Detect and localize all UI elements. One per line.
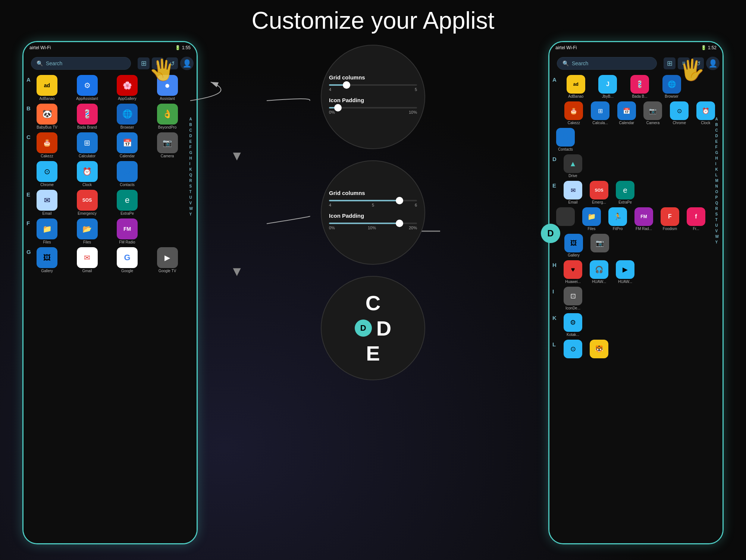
r-alpha-q[interactable]: Q <box>715 201 720 205</box>
list-item[interactable]: 💈 Bada Brand <box>74 103 100 130</box>
r-alpha-s[interactable]: S <box>715 212 720 217</box>
alpha-s[interactable]: S <box>189 184 194 189</box>
r-alpha-k[interactable]: K <box>715 167 720 172</box>
r-alpha-y[interactable]: Y <box>715 240 720 245</box>
alpha-w[interactable]: W <box>189 206 194 211</box>
alpha-c[interactable]: C <box>189 128 194 133</box>
alpha-k[interactable]: K <box>189 167 194 172</box>
list-item[interactable]: ad AdBanao <box>34 74 60 101</box>
alpha-y[interactable]: Y <box>189 212 194 217</box>
list-item[interactable]: f Fr... <box>683 207 709 232</box>
list-item[interactable]: ⚙ AppAssistant <box>74 74 100 101</box>
list-item[interactable]: F Foodism <box>657 207 683 232</box>
list-item[interactable]: ▲ Drive <box>560 154 586 179</box>
list-item[interactable]: J JbyB... <box>592 74 624 99</box>
list-item[interactable]: 🖼 Gallery <box>561 233 587 258</box>
list-item[interactable]: ▶ HUAW... <box>612 259 638 284</box>
r-alpha-n[interactable]: N <box>715 184 720 189</box>
list-item[interactable]: ▶ Google TV <box>154 246 181 274</box>
r-alpha-e[interactable]: E <box>715 139 720 144</box>
list-item[interactable]: e ExtraPe <box>114 189 140 216</box>
r-alpha-l[interactable]: L <box>715 173 720 177</box>
alpha-a[interactable]: A <box>189 117 194 122</box>
alpha-q[interactable]: Q <box>189 173 194 177</box>
list-item[interactable]: 👤 Contacts <box>552 127 579 152</box>
list-item[interactable]: 🖼 Gallery <box>34 246 60 274</box>
list-item[interactable]: ✉ Email <box>560 180 586 205</box>
r-alpha-p[interactable]: P <box>715 195 720 200</box>
list-item[interactable]: 🎂 Cakezz <box>34 132 60 159</box>
list-item[interactable]: 🎧 HUAW... <box>586 259 612 284</box>
list-item[interactable]: G Google <box>114 246 140 274</box>
list-item[interactable]: e ExtraPe <box>612 180 638 205</box>
r-alpha-v[interactable]: V <box>715 229 720 233</box>
grid-columns-slider[interactable]: 4 5 <box>329 84 417 92</box>
alpha-v[interactable]: V <box>189 201 194 205</box>
alpha-b[interactable]: B <box>189 122 194 127</box>
list-item[interactable]: 🏃 FitPro <box>605 207 631 232</box>
r-alpha-o[interactable]: O <box>715 189 720 194</box>
list-item[interactable]: 🌐 Browser <box>114 103 140 130</box>
alpha-h[interactable]: H <box>189 156 194 161</box>
list-item[interactable]: ⊞ Calcula... <box>587 101 614 126</box>
icon-padding-slider[interactable]: 0% 10% <box>329 107 417 114</box>
icon-padding-slider-2[interactable]: 0% 10% 20% <box>329 223 417 230</box>
alpha-r[interactable]: R <box>189 178 194 183</box>
list-item[interactable]: FM FM Radio <box>114 218 140 245</box>
r-alpha-w[interactable]: W <box>715 234 720 239</box>
alpha-e[interactable]: E <box>189 139 194 144</box>
r-alpha-t[interactable]: T <box>715 217 720 222</box>
r-alpha-u[interactable]: U <box>715 223 720 228</box>
list-item[interactable]: 🐼 BabyBus TV <box>34 103 60 130</box>
list-item[interactable]: 👌 BeyondPro <box>154 103 181 130</box>
list-item[interactable]: 📅 Calendar <box>613 101 640 126</box>
list-item[interactable]: ⊡ IconDe... <box>560 286 586 311</box>
list-item[interactable]: ⊙ Chrome <box>666 101 693 126</box>
r-alpha-d[interactable]: D <box>715 133 720 138</box>
alpha-t[interactable]: T <box>189 189 194 194</box>
right-menu-button[interactable]: 👤 <box>706 57 720 70</box>
list-item[interactable]: SOS Emergency <box>74 189 100 216</box>
alpha-g[interactable]: G <box>189 150 194 155</box>
list-item[interactable]: ⊙ Chrome <box>34 160 60 188</box>
right-search-bar[interactable]: 🔍 Search <box>557 57 657 70</box>
list-item[interactable]: 🎂 Cakezz <box>561 101 587 126</box>
list-item[interactable]: 📁 Files <box>579 207 605 232</box>
list-item[interactable]: 📁 Files <box>34 218 60 245</box>
left-search-bar[interactable]: 🔍 Search <box>31 57 131 70</box>
r-alpha-f[interactable]: F <box>715 145 720 150</box>
list-item[interactable]: FM FM Rad... <box>631 207 657 232</box>
list-item[interactable]: 👤 Contacts <box>114 160 140 188</box>
r-alpha-r[interactable]: R <box>715 206 720 211</box>
list-item[interactable]: 📂 Files <box>74 218 100 245</box>
list-item[interactable]: ad AdBanao <box>560 74 592 99</box>
list-item[interactable]: ♥ Huawei... <box>560 259 586 284</box>
alpha-i[interactable]: I <box>189 161 194 166</box>
list-item[interactable]: SOS Emerg... <box>586 180 612 205</box>
grid-columns-slider-2[interactable]: 4 5 6 <box>329 200 417 207</box>
list-item[interactable]: ⊙ <box>560 339 586 360</box>
left-menu-button[interactable]: 👤 <box>180 57 194 70</box>
list-item[interactable]: ✉ Gmail <box>74 246 100 274</box>
alpha-d[interactable]: D <box>189 133 194 138</box>
list-item[interactable]: 💈 Bada B... <box>624 74 656 99</box>
list-item[interactable]: ⊞ Calculator <box>74 132 100 159</box>
r-alpha-g[interactable]: G <box>715 150 720 155</box>
list-item[interactable]: ✉ Email <box>34 189 60 216</box>
alpha-f[interactable]: F <box>189 145 194 150</box>
list-item[interactable]: 📷 <box>587 233 613 258</box>
r-alpha-h[interactable]: H <box>715 156 720 161</box>
r-alpha-a[interactable]: A <box>715 117 720 122</box>
r-alpha-i[interactable]: I <box>715 161 720 166</box>
list-item[interactable]: 📷 Camera <box>154 132 181 159</box>
alpha-u[interactable]: U <box>189 195 194 200</box>
list-item[interactable]: 🐯 <box>586 339 612 360</box>
r-alpha-c[interactable]: C <box>715 128 720 133</box>
r-alpha-m[interactable]: M <box>715 178 720 183</box>
list-item[interactable]: ⏰ Clock <box>74 160 100 188</box>
list-item[interactable]: 📅 Calendar <box>114 132 140 159</box>
r-alpha-b[interactable]: B <box>715 122 720 127</box>
left-grid-view-button[interactable]: ⊞ <box>138 57 150 69</box>
list-item[interactable]: 🌸 AppGallery <box>114 74 140 101</box>
list-item[interactable]: 📷 Camera <box>640 101 666 126</box>
